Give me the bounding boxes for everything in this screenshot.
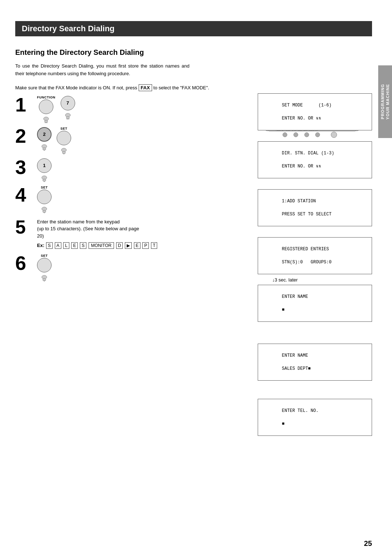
step-2-body: 2 SET — [35, 126, 252, 154]
function-button[interactable] — [39, 100, 53, 114]
example-key-s: S — [46, 242, 53, 249]
set-label-4: SET — [41, 186, 48, 189]
function-label: FUNCTION — [37, 96, 56, 99]
screen-6-line1: ENTER NAME — [282, 353, 308, 358]
step-6-body: SET — [35, 253, 252, 281]
monitor-key: MONITOR — [89, 242, 114, 249]
key-7-button[interactable]: 7 — [61, 96, 75, 110]
screen-7-line2: ■ — [282, 421, 285, 426]
screen-2: DIR. STN. DIAL (1-3) ENTER NO. OR ∨∧ — [258, 141, 372, 178]
function-button-wrapper: FUNCTION — [37, 96, 56, 123]
key-1-button[interactable]: 1 — [37, 158, 52, 173]
step-5-line2: (up to 15 characters). (See Note below a… — [37, 226, 139, 231]
screen-7-line1: ENTER TEL. NO. — [282, 408, 319, 413]
step-1-icons: FUNCTION 7 — [37, 96, 252, 123]
step-4: 4 SET — [15, 183, 252, 215]
make-sure-suffix: to select the "FAX MODE". — [154, 85, 209, 90]
step-5-description: Enter the station name from the keypad (… — [37, 218, 252, 240]
left-steps: 1 FUNCTION — [15, 93, 252, 283]
example-line: Ex: S A L E S MONITOR D ▶ E P T — [37, 242, 252, 249]
screen-5: ENTER NAME ■ — [258, 285, 372, 322]
example-key-s2: S — [80, 242, 86, 249]
step-6-icons: SET — [37, 254, 252, 281]
main-content: Entering the Directory Search Dialing To… — [15, 42, 372, 533]
set-button-2[interactable] — [57, 131, 71, 145]
screen-6: ENTER NAME SALES DEPT■ — [258, 344, 372, 381]
set-label-6: SET — [41, 254, 48, 258]
step-3-number: 3 — [15, 157, 35, 177]
fax-key: FAX — [139, 84, 152, 91]
hand-icon-4 — [60, 146, 68, 154]
screens-column: SET MODE (1-6) ENTER NO. OR ∨∧ DIR. STN.… — [258, 93, 372, 439]
side-tab: PROGRAMMINGYOUR MACHINE — [378, 65, 392, 138]
step-3: 3 1 — [15, 156, 252, 183]
key-7-button-wrapper: 7 — [61, 96, 75, 119]
set-button-2-wrapper: SET — [57, 127, 71, 154]
step-1-number: 1 — [15, 95, 35, 114]
step-2: 2 2 SET — [15, 125, 252, 156]
hand-icon-6 — [40, 205, 48, 213]
step-4-icons: SET — [37, 186, 252, 213]
step-6-number: 6 — [15, 253, 35, 273]
set-button-4[interactable] — [37, 190, 52, 204]
screen-4-line2: STN(S):0 GROUPS:0 — [282, 260, 332, 265]
page-title: Directory Search Dialing — [22, 24, 115, 33]
screen-2-line1: DIR. STN. DIAL (1-3) — [282, 151, 334, 156]
example-key-d: D — [116, 242, 123, 249]
arrow-text: ↓3 sec. later — [272, 277, 298, 283]
key-2-button-wrapper: 2 — [37, 127, 52, 151]
screen-6-line2: SALES DEPT■ — [282, 366, 311, 371]
step-4-body: SET — [35, 185, 252, 213]
step-6: 6 SET — [15, 252, 252, 283]
set-label-2: SET — [60, 127, 67, 130]
example-key-e: E — [71, 242, 78, 249]
step-1: 1 FUNCTION — [15, 93, 252, 125]
intro-text: To use the Directory Search Dialing, you… — [15, 62, 189, 78]
example-key-t: T — [151, 242, 157, 249]
screen-3-line2: PRESS SET TO SELECT — [282, 212, 332, 217]
step-1-body: FUNCTION 7 — [35, 95, 252, 123]
step-5: 5 Enter the station name from the keypad… — [15, 216, 252, 252]
hand-icon-1 — [42, 115, 50, 123]
screen-3: 1:ADD STATION PRESS SET TO SELECT — [258, 189, 372, 226]
example-key-e2: E — [134, 242, 140, 249]
set-button-6-wrapper: SET — [37, 254, 52, 281]
step-5-number: 5 — [15, 218, 35, 236]
example-key-l: L — [63, 242, 69, 249]
step-2-icons: 2 SET — [37, 127, 252, 154]
step-3-body: 1 — [35, 157, 252, 182]
example-key-a: A — [55, 242, 61, 249]
step-2-number: 2 — [15, 126, 35, 146]
screen-2-line2: ENTER NO. OR ∨∧ — [282, 164, 321, 169]
step-5-body: Enter the station name from the keypad (… — [35, 218, 252, 251]
section-title: Entering the Directory Search Dialing — [15, 48, 372, 57]
hand-icon-5 — [40, 174, 48, 182]
hand-icon-7 — [40, 274, 48, 281]
header-bar: Directory Search Dialing — [15, 21, 372, 36]
screen-7: ENTER TEL. NO. ■ — [258, 399, 372, 436]
step-5-line3: 20) — [37, 233, 44, 239]
screen-4-line1: REGISTERED ENTRIES — [282, 247, 329, 252]
screen-1-line1: SET MODE (1-6) — [282, 103, 332, 108]
hand-icon-2 — [64, 112, 72, 119]
example-label: Ex: — [37, 243, 44, 248]
screen-1: SET MODE (1-6) ENTER NO. OR ∨∧ — [258, 93, 372, 130]
make-sure-text: Make sure that the FAX Mode indicator is… — [15, 85, 137, 90]
set-button-4-wrapper: SET — [37, 186, 52, 213]
step-3-icons: 1 — [37, 158, 252, 182]
side-tab-text: PROGRAMMINGYOUR MACHINE — [380, 84, 391, 119]
example-key-p: P — [142, 242, 149, 249]
key-2-button[interactable]: 2 — [37, 127, 52, 142]
screen-1-line2: ENTER NO. OR ∨∧ — [282, 116, 321, 121]
screen-5-line2: ■ — [282, 307, 285, 312]
step-4-number: 4 — [15, 185, 35, 204]
hand-icon-3 — [40, 143, 48, 151]
screen-3-line1: 1:ADD STATION — [282, 199, 316, 204]
example-key-triangle: ▶ — [125, 242, 132, 249]
steps-wrapper: 1 FUNCTION — [15, 93, 372, 283]
set-button-6[interactable] — [37, 258, 52, 272]
screen-4: REGISTERED ENTRIES STN(S):0 GROUPS:0 — [258, 237, 372, 274]
make-sure-line: Make sure that the FAX Mode indicator is… — [15, 84, 372, 91]
page-number: 25 — [364, 539, 372, 548]
step-5-line1: Enter the station name from the keypad — [37, 219, 120, 224]
